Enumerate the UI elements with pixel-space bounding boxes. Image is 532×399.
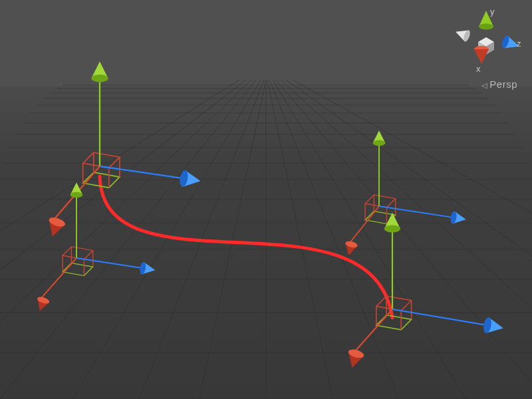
axis-y-label: y xyxy=(490,7,495,17)
svg-marker-67 xyxy=(474,49,489,64)
projection-toggle[interactable]: ◁Persp xyxy=(481,78,517,90)
scene-viewport[interactable]: y z x ◁Persp xyxy=(0,0,532,399)
orientation-gizmo[interactable]: y z x xyxy=(450,5,523,78)
chevron-left-icon: ◁ xyxy=(481,81,487,90)
axis-z-label: z xyxy=(517,39,521,49)
axis-negative-cone-icon[interactable] xyxy=(454,26,471,42)
svg-point-63 xyxy=(479,24,493,30)
axis-x-cone-icon[interactable] xyxy=(474,46,489,64)
axis-x-label: x xyxy=(476,64,481,74)
projection-label-text: Persp xyxy=(489,78,517,90)
